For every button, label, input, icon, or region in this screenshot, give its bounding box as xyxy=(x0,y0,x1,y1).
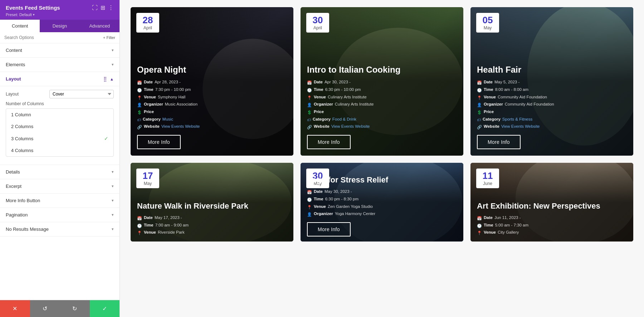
save-button[interactable]: ✓ xyxy=(90,300,120,317)
link-icon: 🔗 xyxy=(137,124,142,131)
section-excerpt[interactable]: Excerpt ▾ xyxy=(0,179,119,194)
event-date-badge-health: 05 May xyxy=(476,13,499,33)
section-elements[interactable]: Elements ▾ xyxy=(0,58,119,72)
filter-button[interactable]: + Filter xyxy=(103,35,115,40)
badge-month: April xyxy=(311,25,325,30)
pin-icon: 📍 xyxy=(137,230,142,236)
dollar-icon: 💲 xyxy=(137,109,142,116)
tab-content[interactable]: Content xyxy=(0,20,40,32)
badge-month: April xyxy=(141,25,155,30)
event-card-yoga: 30 May Yoga for Stress Relief 📅Date May … xyxy=(301,163,463,242)
col-option-3[interactable]: 3 Columns ✓ xyxy=(6,132,113,145)
event-title-opera: Opera Night xyxy=(137,65,287,75)
clock-icon: 🕐 xyxy=(307,196,312,203)
calendar-icon: 📅 xyxy=(137,79,142,86)
col-option-2[interactable]: 2 Columns xyxy=(6,121,113,132)
event-body-opera: Opera Night 📅Date Apr 28, 2023 - 🕐Time 7… xyxy=(131,60,293,156)
clock-icon: 🕐 xyxy=(477,223,482,229)
section-pagination[interactable]: Pagination ▾ xyxy=(0,208,119,222)
event-body-nature: Nature Walk in Riverside Park 📅Date May … xyxy=(131,198,293,242)
event-body-italian: Intro to Italian Cooking 📅Date Apr 30, 2… xyxy=(301,60,463,156)
event-meta-nature: 📅Date May 17, 2023 - 🕐Time 7:00 am - 9:0… xyxy=(137,214,287,236)
badge-day: 17 xyxy=(141,171,155,181)
event-meta-yoga: 📅Date May 30, 2023 - 🕐Time 6:30 pm - 8:3… xyxy=(307,188,457,218)
calendar-icon: 📅 xyxy=(477,79,482,86)
section-content[interactable]: Content ▾ xyxy=(0,43,119,58)
person-icon: 👤 xyxy=(307,102,312,108)
more-options-icon[interactable]: ⋮ xyxy=(108,4,114,11)
layout-type-label: Layout xyxy=(6,92,19,97)
section-more-info-button[interactable]: More Info Button ▾ xyxy=(0,194,119,208)
pin-icon: 📍 xyxy=(477,94,482,101)
drag-icon: ⣿ xyxy=(103,76,107,82)
sidebar: Events Feed Settings ⛶ ⊞ ⋮ Preset: Defau… xyxy=(0,0,120,317)
event-title-health: Health Fair xyxy=(477,65,627,75)
clock-icon: 🕐 xyxy=(137,87,142,94)
event-card-health-fair: 05 May Health Fair 📅Date May 5, 2023 - 🕐… xyxy=(470,7,633,156)
more-info-button-yoga[interactable]: More Info xyxy=(307,222,351,236)
col-option-1[interactable]: 1 Column xyxy=(6,109,113,121)
clock-icon: 🕐 xyxy=(307,87,312,94)
layout-section: Layout Cover Number of Columns 1 Column … xyxy=(0,86,119,165)
tab-design[interactable]: Design xyxy=(40,20,79,32)
cancel-button[interactable]: ✕ xyxy=(0,300,30,317)
tab-advanced[interactable]: Advanced xyxy=(80,20,119,32)
event-card-italian-cooking: 30 April Intro to Italian Cooking 📅Date … xyxy=(301,7,463,156)
check-icon: ✓ xyxy=(104,136,108,141)
events-grid: 28 April Opera Night 📅Date Apr 28, 2023 … xyxy=(131,7,633,242)
columns-icon[interactable]: ⊞ xyxy=(101,4,105,11)
pin-icon: 📍 xyxy=(307,94,312,101)
section-layout[interactable]: Layout ⣿ ▲ xyxy=(0,72,119,86)
badge-day: 11 xyxy=(480,171,495,181)
sidebar-preset[interactable]: Preset: Default ▾ xyxy=(6,13,114,17)
layout-type-select[interactable]: Cover xyxy=(49,90,114,98)
tag-icon: 🏷 xyxy=(137,117,141,123)
event-date-badge-opera: 28 April xyxy=(136,13,159,33)
columns-dropdown: 1 Column 2 Columns 3 Columns ✓ 4 Columns xyxy=(6,108,114,157)
col-option-4[interactable]: 4 Columns xyxy=(6,145,113,156)
dollar-icon: 💲 xyxy=(477,109,482,116)
person-icon: 👤 xyxy=(137,102,142,108)
badge-day: 28 xyxy=(141,15,155,25)
more-info-button-opera[interactable]: More Info xyxy=(137,135,181,149)
link-icon: 🔗 xyxy=(307,124,312,131)
badge-month: June xyxy=(480,181,495,186)
search-input[interactable] xyxy=(4,35,101,40)
more-info-button-health[interactable]: More Info xyxy=(477,135,521,149)
sidebar-header-icons: ⛶ ⊞ ⋮ xyxy=(92,4,114,11)
chevron-down-icon: ▾ xyxy=(112,227,114,231)
more-info-button-italian[interactable]: More Info xyxy=(307,135,351,149)
chevron-down-icon: ▾ xyxy=(112,48,114,53)
event-title-italian: Intro to Italian Cooking xyxy=(307,65,457,75)
chevron-down-icon: ▾ xyxy=(112,170,114,174)
main-content: 28 April Opera Night 📅Date Apr 28, 2023 … xyxy=(120,0,644,317)
event-body-art: Art Exhibition: New Perspectives 📅Date J… xyxy=(470,198,633,242)
badge-day: 30 xyxy=(311,15,325,25)
clock-icon: 🕐 xyxy=(137,223,142,229)
pin-icon: 📍 xyxy=(137,94,142,101)
section-no-results[interactable]: No Results Message ▾ xyxy=(0,222,119,236)
badge-month: May xyxy=(141,181,155,186)
sidebar-header: Events Feed Settings ⛶ ⊞ ⋮ Preset: Defau… xyxy=(0,0,119,20)
tag-icon: 🏷 xyxy=(307,117,311,123)
expand-icon[interactable]: ⛶ xyxy=(92,5,98,11)
pin-icon: 📍 xyxy=(477,230,482,236)
pin-icon: 📍 xyxy=(307,204,312,211)
clock-icon: 🕐 xyxy=(477,87,482,94)
section-details[interactable]: Details ▾ xyxy=(0,165,119,179)
calendar-icon: 📅 xyxy=(307,189,312,196)
link-icon: 🔗 xyxy=(477,124,482,131)
event-body-health: Health Fair 📅Date May 5, 2023 - 🕐Time 8:… xyxy=(470,60,633,156)
event-date-badge-art: 11 June xyxy=(476,169,499,188)
dollar-icon: 💲 xyxy=(307,109,312,116)
chevron-down-icon: ▾ xyxy=(112,198,114,203)
preset-arrow-icon: ▾ xyxy=(33,13,35,16)
redo-button[interactable]: ↻ xyxy=(60,300,90,317)
event-meta-opera: 📅Date Apr 28, 2023 - 🕐Time 7:30 pm - 10:… xyxy=(137,79,287,131)
calendar-icon: 📅 xyxy=(137,215,142,222)
columns-label: Number of Columns xyxy=(6,101,114,106)
event-meta-health: 📅Date May 5, 2023 - 🕐Time 8:00 am - 8:00… xyxy=(477,79,627,131)
badge-month: May xyxy=(480,25,495,30)
sidebar-tabs: Content Design Advanced xyxy=(0,20,119,32)
reset-button[interactable]: ↺ xyxy=(30,300,60,317)
